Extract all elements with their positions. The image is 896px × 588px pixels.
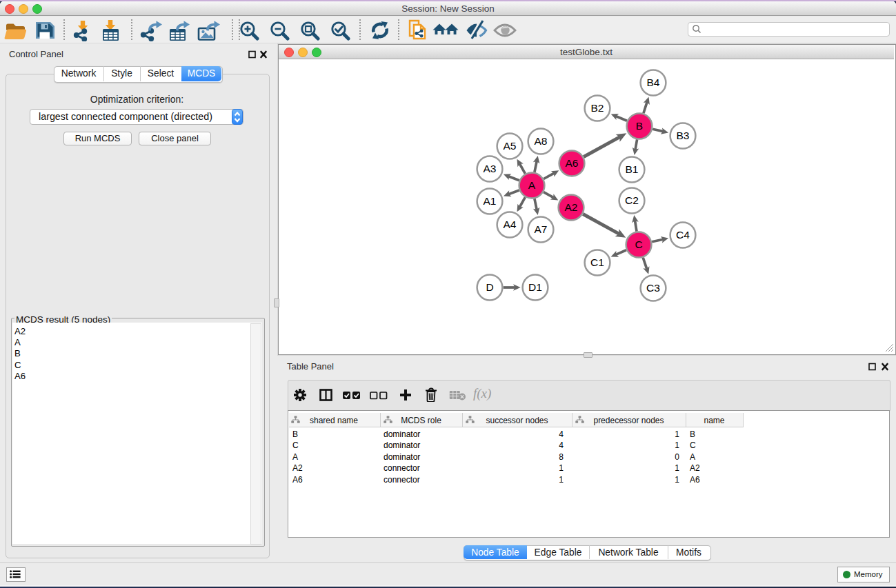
svg-text:C2: C2 — [625, 194, 639, 206]
svg-text:B2: B2 — [591, 102, 604, 114]
svg-text:B: B — [636, 120, 643, 132]
svg-text:B3: B3 — [677, 130, 690, 141]
svg-text:A2: A2 — [565, 201, 578, 213]
svg-text:A4: A4 — [504, 219, 517, 230]
svg-text:C3: C3 — [646, 282, 660, 294]
svg-text:A1: A1 — [484, 195, 497, 207]
svg-text:A6: A6 — [566, 157, 579, 169]
svg-text:B4: B4 — [647, 77, 660, 88]
svg-text:C4: C4 — [676, 229, 690, 241]
svg-text:D: D — [486, 281, 493, 293]
svg-text:B1: B1 — [626, 163, 639, 175]
svg-text:A: A — [528, 179, 536, 191]
svg-text:A3: A3 — [484, 163, 497, 174]
svg-text:C1: C1 — [590, 256, 604, 268]
svg-text:C: C — [635, 239, 642, 250]
svg-text:A7: A7 — [535, 223, 548, 235]
svg-text:A8: A8 — [535, 135, 548, 147]
svg-text:A5: A5 — [504, 140, 517, 152]
svg-text:D1: D1 — [528, 281, 542, 293]
